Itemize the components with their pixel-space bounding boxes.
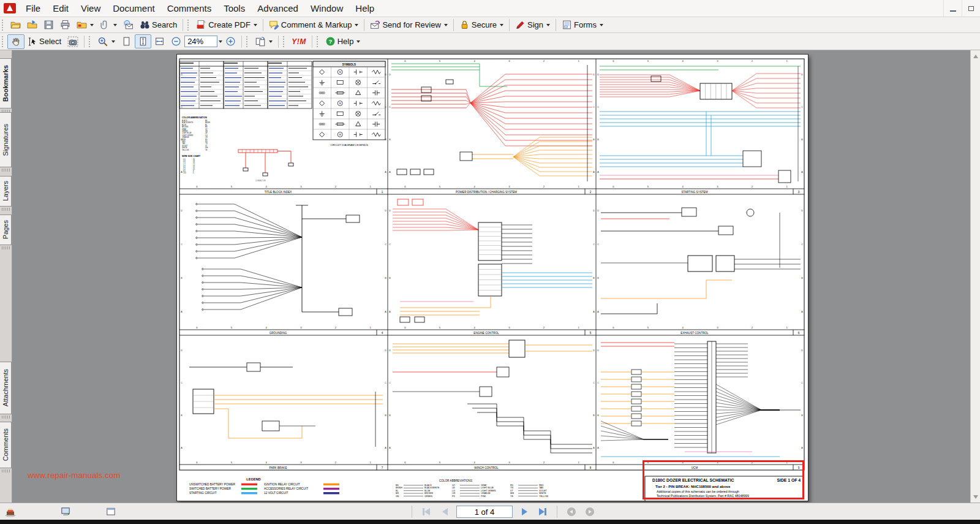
open-web-button[interactable] [24, 18, 40, 32]
menu-edit[interactable]: Edit [47, 1, 75, 16]
svg-text:A: A [801, 311, 803, 313]
vertical-scrollbar[interactable] [970, 50, 980, 503]
toolbar-grip[interactable] [2, 20, 5, 31]
toolbar-grip[interactable] [283, 36, 286, 47]
panel-number-4: 4 [382, 332, 383, 335]
schematic-wires: TITLE BLOCK INDEX1654321DDCCBBAAPOWER DI… [179, 59, 804, 501]
fit-page-button[interactable] [135, 34, 151, 48]
svg-text:B: B [389, 139, 391, 141]
sidebar-tab-pages[interactable]: Pages [0, 215, 12, 245]
sidebar-tab-label: Attachments [2, 369, 9, 406]
organizer-button[interactable] [74, 18, 97, 32]
svg-text:4: 4 [265, 461, 267, 464]
print-button[interactable] [57, 18, 74, 32]
page-indicator-input[interactable]: 1 of 4 [456, 506, 513, 518]
zoom-in-button[interactable] [222, 34, 239, 48]
svg-text:A: A [389, 447, 391, 449]
svg-text:D: D [801, 74, 803, 76]
attach-button[interactable] [97, 18, 120, 32]
symbols-title: SYMBOLS [342, 63, 356, 66]
toolbar-grip[interactable] [246, 36, 249, 47]
save-button[interactable] [40, 18, 57, 32]
toolbar-grip[interactable] [89, 36, 92, 47]
abbr-code: BR [396, 492, 399, 495]
minimize-button[interactable] [943, 0, 962, 17]
restore-button[interactable] [962, 0, 980, 17]
svg-text:6: 6 [612, 59, 614, 63]
email-button[interactable] [120, 18, 137, 32]
svg-text:B: B [181, 414, 183, 417]
send-review-button[interactable]: Send for Review [367, 18, 450, 32]
next-view-button[interactable] [583, 505, 597, 518]
menu-help[interactable]: Help [349, 1, 380, 16]
zoom-out-button[interactable] [168, 34, 184, 48]
sidebar-tab-attachments[interactable]: Attachments [0, 362, 12, 414]
svg-text:BL: BL [205, 124, 208, 126]
menu-window[interactable]: Window [304, 1, 349, 16]
svg-text:5: 5 [231, 185, 233, 188]
secure-button[interactable]: Secure [456, 18, 507, 32]
sidebar-tab-layers[interactable]: Layers [0, 176, 12, 207]
first-page-button[interactable] [420, 505, 433, 518]
svg-text:D: D [181, 349, 183, 352]
panel-title-2: POWER DISTRIBUTION / CHARGING SYSTEM [456, 191, 517, 194]
abbr-code: LG [452, 490, 455, 492]
toolbar-grip[interactable] [187, 20, 190, 31]
document-viewport[interactable]: www.repair-manuals.com TITLE BLOCK INDEX… [12, 50, 970, 503]
snapshot-button[interactable] [64, 34, 81, 49]
search-button[interactable]: Search [137, 18, 180, 32]
actual-size-button[interactable] [118, 34, 135, 48]
menu-document[interactable]: Document [107, 1, 160, 16]
previous-view-button[interactable] [565, 505, 578, 518]
comment-icon [269, 20, 279, 30]
svg-text:B: B [597, 414, 599, 417]
zoom-tool-button[interactable] [94, 34, 118, 49]
open-button[interactable] [7, 18, 24, 32]
menu-advanced[interactable]: Advanced [251, 1, 304, 16]
select-tool-button[interactable]: Select [24, 35, 64, 48]
sidebar-tab-signatures[interactable]: Signatures [0, 112, 12, 167]
yahoo-messenger-button[interactable]: Y!M [288, 36, 309, 48]
zoom-level-input[interactable] [184, 36, 217, 47]
svg-text:D: D [385, 210, 386, 212]
toolbar-grip[interactable] [317, 36, 320, 47]
fit-width-button[interactable] [151, 34, 168, 48]
abbr-code: TN [510, 487, 513, 489]
hand-tool-button[interactable] [7, 34, 24, 49]
create-pdf-button[interactable]: Create PDF [193, 18, 260, 32]
help-button[interactable]: ? Help [322, 34, 364, 48]
status-misc-icon[interactable] [5, 506, 16, 520]
adobe-reader-icon [4, 3, 16, 13]
zoom-out-icon [171, 36, 181, 47]
comment-markup-button[interactable]: Comment & Markup [266, 18, 362, 32]
menu-view[interactable]: View [75, 1, 107, 16]
menu-file[interactable]: File [20, 1, 47, 16]
send-review-icon [370, 20, 380, 30]
sign-button[interactable]: Sign [512, 18, 553, 32]
svg-text:A: A [389, 311, 391, 313]
next-view-icon [586, 507, 594, 516]
toolbar-grip[interactable] [2, 36, 5, 47]
svg-text:BLUE: BLUE [182, 124, 186, 126]
menu-comments[interactable]: Comments [161, 1, 218, 16]
legend-color-bar [323, 484, 339, 485]
previous-page-button[interactable] [438, 505, 451, 518]
sidebar-tab-bookmarks[interactable]: Bookmarks [0, 58, 12, 108]
scroll-up-button[interactable] [972, 51, 979, 58]
screen-mode-button[interactable] [60, 506, 71, 520]
tab-grip [2, 246, 10, 249]
svg-text:2: 2 [543, 461, 545, 464]
scroll-down-button[interactable] [972, 495, 979, 501]
forms-button[interactable]: Forms [559, 18, 606, 32]
page-layout-button[interactable] [252, 34, 276, 49]
svg-text:PINK: PINK [182, 139, 186, 141]
window-mode-button[interactable] [105, 506, 116, 520]
sidebar-tab-comments[interactable]: Comments [0, 422, 12, 468]
pdf-page[interactable]: TITLE BLOCK INDEX1654321DDCCBBAAPOWER DI… [176, 54, 809, 501]
svg-text:A: A [801, 447, 803, 449]
svg-text:C: C [181, 382, 183, 384]
separator [263, 19, 263, 31]
next-page-button[interactable] [518, 505, 531, 518]
menu-tools[interactable]: Tools [217, 1, 251, 16]
last-page-button[interactable] [536, 505, 549, 518]
